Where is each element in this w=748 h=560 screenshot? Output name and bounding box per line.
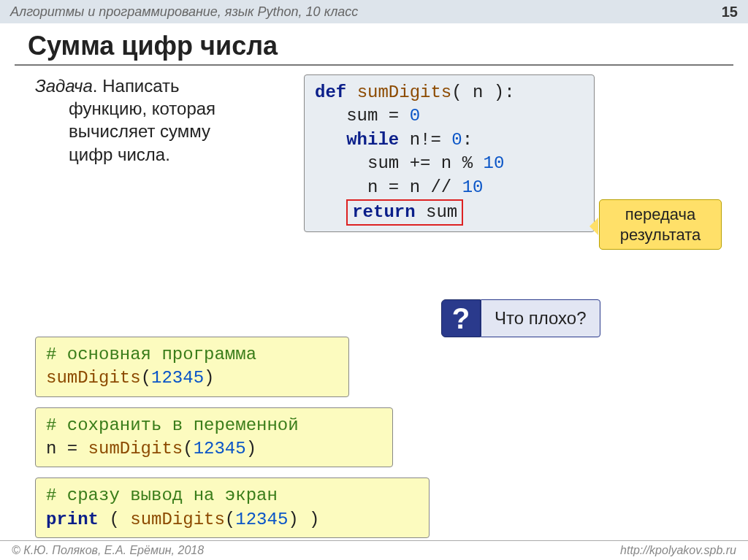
task-text: Задача. Написать функцию, которая вычисл… [35, 74, 276, 166]
callout-result: передача результата [599, 199, 722, 250]
footer-copyright: © К.Ю. Поляков, Е.А. Ерёмин, 2018 [12, 544, 204, 557]
content-area: Задача. Написать функцию, которая вычисл… [0, 72, 748, 538]
question-text: Что плохо? [481, 299, 600, 337]
footer-url: http://kpolyakov.spb.ru [620, 544, 736, 557]
slide-footer: © К.Ю. Поляков, Е.А. Ерёмин, 2018 http:/… [0, 540, 748, 560]
question-callout: ? Что плохо? [441, 299, 600, 337]
subject-text: Алгоритмы и программирование, язык Pytho… [10, 4, 358, 20]
code-block-call1: # основная программа sumDigits(12345) [35, 337, 349, 397]
title-divider [15, 64, 733, 66]
code-block-call2: # сохранить в переменной n = sumDigits(1… [35, 407, 393, 468]
page-number: 15 [722, 4, 738, 20]
task-label: Задача [35, 76, 93, 96]
code-block-call3: # сразу вывод на экран print ( sumDigits… [35, 477, 430, 538]
code-block-main: def sumDigits( n ): sum = 0 while n!= 0:… [304, 74, 595, 232]
slide-title: Сумма цифр числа [0, 23, 748, 64]
slide-header: Алгоритмы и программирование, язык Pytho… [0, 0, 748, 23]
return-highlight: return sum [346, 199, 463, 226]
question-icon: ? [441, 299, 481, 337]
